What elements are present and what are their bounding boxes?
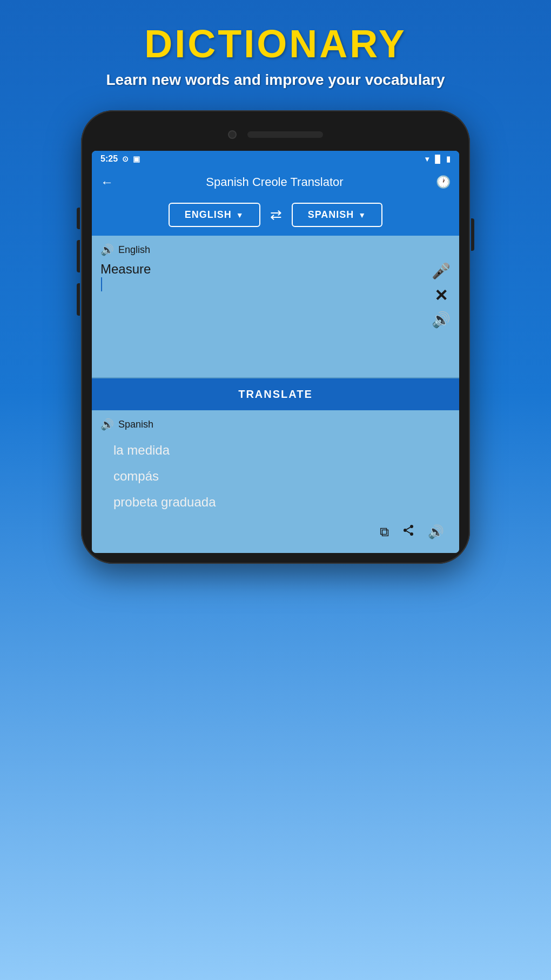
translation-item-2: compás <box>100 463 451 489</box>
wifi-icon: ▾ <box>425 155 429 163</box>
status-bar: 5:25 ⊙ ▣ ▾ ▐▌ ▮ <box>92 151 459 167</box>
status-time: 5:25 <box>100 154 118 164</box>
status-left: 5:25 ⊙ ▣ <box>100 154 140 164</box>
phone-frame: 5:25 ⊙ ▣ ▾ ▐▌ ▮ ← Spanish Creole Transla… <box>81 110 470 564</box>
back-button[interactable]: ← <box>100 175 113 190</box>
media-icon: ⊙ <box>122 155 129 163</box>
phone-notch <box>92 121 459 148</box>
language-selector-bar: ENGLISH ▼ ⇄ SPANISH ▼ <box>92 197 459 236</box>
source-language-button[interactable]: ENGLISH ▼ <box>169 203 260 227</box>
app-bar: ← Spanish Creole Translator 🕐 <box>92 167 459 197</box>
page-subtitle: Learn new words and improve your vocabul… <box>106 71 445 89</box>
target-language-label: SPANISH <box>308 209 354 221</box>
input-action-icons: 🎤 ✕ 🔊 <box>432 262 451 328</box>
power-button <box>471 218 474 251</box>
translation-item-1: la medida <box>100 437 451 463</box>
input-speaker-button[interactable]: 🔊 <box>432 312 451 328</box>
svg-point-0 <box>410 525 413 528</box>
output-speaker-button[interactable]: 🔊 <box>428 524 444 539</box>
text-input-field[interactable]: Measure <box>100 262 426 370</box>
app-bar-title: Spanish Creole Translator <box>122 175 427 189</box>
microphone-button[interactable]: 🎤 <box>432 264 451 279</box>
volume-silent-button <box>77 208 80 229</box>
output-area: 🔊 Spanish la medida compás probeta gradu… <box>92 410 459 553</box>
svg-line-4 <box>407 528 411 530</box>
input-sound-icon[interactable]: 🔊 <box>100 243 114 256</box>
header-section: DICTIONARY Learn new words and improve y… <box>106 0 445 105</box>
copy-button[interactable]: ⧉ <box>380 524 389 539</box>
input-lang-label: 🔊 English <box>100 243 451 256</box>
target-language-button[interactable]: SPANISH ▼ <box>292 203 383 227</box>
volume-up-button <box>77 240 80 272</box>
sim-icon: ▣ <box>133 155 140 163</box>
swap-languages-button[interactable]: ⇄ <box>267 203 285 226</box>
source-lang-dropdown-icon: ▼ <box>236 211 244 219</box>
svg-point-1 <box>404 529 407 532</box>
battery-icon: ▮ <box>446 155 451 163</box>
share-button[interactable] <box>402 524 415 540</box>
translation-results: la medida compás probeta graduada <box>100 437 451 515</box>
input-language-name: English <box>118 244 150 256</box>
svg-line-3 <box>407 531 411 534</box>
translate-button[interactable]: TRANSLATE <box>92 378 459 410</box>
output-language-name: Spanish <box>118 419 153 430</box>
status-right: ▾ ▐▌ ▮ <box>425 155 451 163</box>
source-language-label: ENGLISH <box>185 209 232 221</box>
input-row: Measure 🎤 ✕ 🔊 <box>100 262 451 370</box>
output-sound-icon[interactable]: 🔊 <box>100 418 114 431</box>
text-cursor <box>101 277 102 291</box>
input-text-value: Measure <box>100 262 426 277</box>
signal-icon: ▐▌ <box>432 155 443 163</box>
target-lang-dropdown-icon: ▼ <box>358 211 366 219</box>
phone-screen: 5:25 ⊙ ▣ ▾ ▐▌ ▮ ← Spanish Creole Transla… <box>92 151 459 553</box>
output-speaker-icon: 🔊 <box>428 524 444 539</box>
clear-button[interactable]: ✕ <box>434 288 448 304</box>
phone-mockup: 5:25 ⊙ ▣ ▾ ▐▌ ▮ ← Spanish Creole Transla… <box>81 110 470 564</box>
front-camera <box>228 130 237 139</box>
output-lang-label: 🔊 Spanish <box>100 418 451 431</box>
volume-down-button <box>77 283 80 316</box>
output-actions: ⧉ <box>100 515 451 544</box>
earpiece-speaker <box>247 131 323 138</box>
translation-item-3: probeta graduada <box>100 489 451 515</box>
svg-point-2 <box>410 532 413 536</box>
share-icon <box>402 525 415 539</box>
input-area: 🔊 English Measure 🎤 ✕ 🔊 <box>92 236 459 378</box>
swap-icon: ⇄ <box>270 206 282 223</box>
history-button[interactable]: 🕐 <box>436 175 451 189</box>
page-title: DICTIONARY <box>106 22 445 66</box>
copy-icon: ⧉ <box>380 524 389 539</box>
